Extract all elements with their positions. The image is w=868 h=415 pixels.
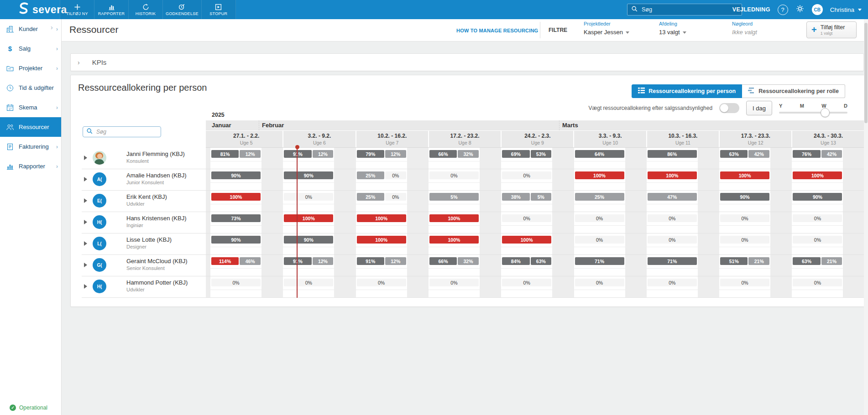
view-toggle-ressourceallokering-per-rolle[interactable]: Ressourceallokering per rolle	[742, 84, 845, 98]
topbar-search[interactable]	[627, 4, 742, 16]
allocation-bar[interactable]: 100%	[648, 171, 697, 179]
allocation-cell[interactable]: 64%	[575, 150, 624, 158]
allocation-bar[interactable]: 0%	[284, 279, 333, 286]
allocation-cell[interactable]: 100%	[357, 236, 406, 244]
allocation-bar[interactable]: 25%	[357, 171, 384, 179]
zoom-level-m[interactable]: M	[800, 103, 804, 109]
sidebar-item-skema[interactable]: 17Skema›	[0, 98, 61, 117]
topbar-nav-tilføj-ny[interactable]: TILFØJ NY	[60, 0, 94, 19]
user-menu-caret-icon[interactable]	[858, 9, 862, 11]
allocation-bar[interactable]: 0%	[793, 214, 842, 222]
allocation-bar[interactable]: 73%	[211, 214, 261, 222]
allocation-bar[interactable]: 114%	[211, 257, 239, 265]
allocation-bar[interactable]: 0%	[502, 214, 551, 222]
allocation-cell[interactable]: 0%	[575, 279, 624, 286]
allocation-bar[interactable]: 100%	[429, 236, 479, 244]
allocation-cell[interactable]: 0%	[648, 236, 697, 244]
expand-triangle-icon[interactable]	[84, 284, 87, 289]
allocation-cell[interactable]: 73%	[211, 214, 261, 222]
allocation-bar[interactable]: 64%	[575, 150, 624, 158]
topbar-nav-rapporter[interactable]: RAPPORTER	[94, 0, 128, 19]
zoom-slider-track[interactable]	[779, 112, 847, 114]
allocation-cell[interactable]: 81%12%	[211, 150, 261, 158]
allocation-bar[interactable]: 63%	[531, 257, 552, 265]
expand-triangle-icon[interactable]	[84, 198, 87, 203]
allocation-bar[interactable]: 25%	[575, 193, 624, 201]
allocation-cell[interactable]: 5%	[429, 193, 479, 201]
allocation-cell[interactable]: 0%	[720, 279, 769, 286]
allocation-bar[interactable]: 0%	[575, 214, 624, 222]
allocation-bar[interactable]: 0%	[429, 171, 479, 179]
allocation-bar[interactable]: 0%	[502, 279, 551, 286]
zoom-slider-knob[interactable]	[821, 108, 830, 117]
allocation-bar[interactable]: 0%	[793, 279, 842, 286]
allocation-cell[interactable]: 25%0%	[357, 171, 406, 179]
allocation-bar[interactable]: 0%	[648, 279, 697, 286]
allocation-cell[interactable]: 0%	[502, 171, 551, 179]
allocation-bar[interactable]: 90%	[793, 193, 842, 201]
person-row-janni-flemming[interactable]: Janni Flemming (KBJ)Konsulent	[71, 147, 206, 169]
allocation-cell[interactable]: 66%32%	[429, 150, 479, 158]
allocation-bar[interactable]: 21%	[748, 257, 769, 265]
filter-value[interactable]: Kasper Jessen	[584, 29, 652, 36]
add-filter-button[interactable]: + Tilføj filter 1 valgt	[806, 21, 857, 38]
sidebar-collapse-icon[interactable]: ›	[51, 24, 53, 31]
allocation-bar[interactable]: 91%	[357, 257, 384, 265]
weighted-toggle-switch[interactable]	[719, 103, 739, 113]
allocation-bar[interactable]: 100%	[357, 236, 406, 244]
allocation-cell[interactable]: 71%	[648, 257, 697, 265]
allocation-cell[interactable]: 76%42%	[793, 150, 842, 158]
allocation-bar[interactable]: 100%	[575, 171, 624, 179]
zoom-level-w[interactable]: W	[821, 103, 826, 109]
allocation-cell[interactable]: 0%	[429, 171, 479, 179]
allocation-bar[interactable]: 63%	[793, 257, 820, 265]
allocation-bar[interactable]: 100%	[211, 193, 261, 201]
allocation-bar[interactable]: 53%	[531, 150, 552, 158]
allocation-cell[interactable]: 90%	[284, 171, 333, 179]
sidebar-item-tid-udgifter[interactable]: Tid & udgifter	[0, 78, 61, 98]
today-button[interactable]: I dag	[746, 101, 772, 115]
allocation-bar[interactable]: 71%	[648, 257, 697, 265]
allocation-bar[interactable]: 5%	[429, 193, 479, 201]
allocation-cell[interactable]: 0%	[211, 279, 261, 286]
allocation-cell[interactable]: 25%	[575, 193, 624, 201]
allocation-cell[interactable]: 90%	[211, 236, 261, 244]
allocation-bar[interactable]: 79%	[357, 150, 384, 158]
allocation-bar[interactable]: 0%	[793, 236, 842, 244]
filter-nøgleord[interactable]: NøgleordIkke valgt	[732, 21, 800, 36]
allocation-cell[interactable]: 90%	[720, 193, 769, 201]
allocation-bar[interactable]: 63%	[720, 150, 748, 158]
allocation-cell[interactable]: 91%12%	[284, 257, 333, 265]
help-icon[interactable]: ?	[778, 5, 788, 15]
allocation-bar[interactable]: 0%	[385, 193, 406, 201]
allocation-bar[interactable]: 32%	[458, 257, 479, 265]
allocation-cell[interactable]: 47%	[648, 193, 697, 201]
allocation-bar[interactable]: 66%	[429, 257, 457, 265]
allocation-bar[interactable]: 12%	[313, 150, 334, 158]
person-row-erik-kent[interactable]: E(Erik Kent (KBJ)Udvikler	[71, 190, 206, 212]
zoom-level-d[interactable]: D	[844, 103, 847, 109]
allocation-bar[interactable]: 86%	[648, 150, 697, 158]
allocation-cell[interactable]: 100%	[357, 214, 406, 222]
user-avatar[interactable]: CB	[812, 4, 823, 15]
allocation-bar[interactable]: 12%	[385, 150, 406, 158]
allocation-cell[interactable]: 63%42%	[720, 150, 769, 158]
allocation-bar[interactable]: 66%	[429, 150, 457, 158]
user-name[interactable]: Christina	[830, 6, 854, 13]
allocation-bar[interactable]: 12%	[385, 257, 406, 265]
allocation-cell[interactable]: 90%	[211, 171, 261, 179]
allocation-bar[interactable]: 100%	[429, 214, 479, 222]
person-row-geraint-mccloud[interactable]: G(Geraint McCloud (KBJ)Senior Konsulent	[71, 254, 206, 276]
allocation-bar[interactable]: 46%	[240, 257, 261, 265]
allocation-bar[interactable]: 21%	[821, 257, 842, 265]
allocation-bar[interactable]: 100%	[793, 171, 842, 179]
allocation-cell[interactable]: 86%	[648, 150, 697, 158]
allocation-cell[interactable]: 79%12%	[357, 150, 406, 158]
allocation-bar[interactable]: 100%	[720, 171, 769, 179]
topbar-search-input[interactable]	[641, 6, 734, 13]
allocation-cell[interactable]: 90%	[284, 236, 333, 244]
allocation-bar[interactable]: 90%	[284, 171, 333, 179]
allocation-bar[interactable]: 90%	[211, 236, 261, 244]
allocation-bar[interactable]: 0%	[575, 236, 624, 244]
sidebar-item-salg[interactable]: $Salg›	[0, 39, 61, 58]
